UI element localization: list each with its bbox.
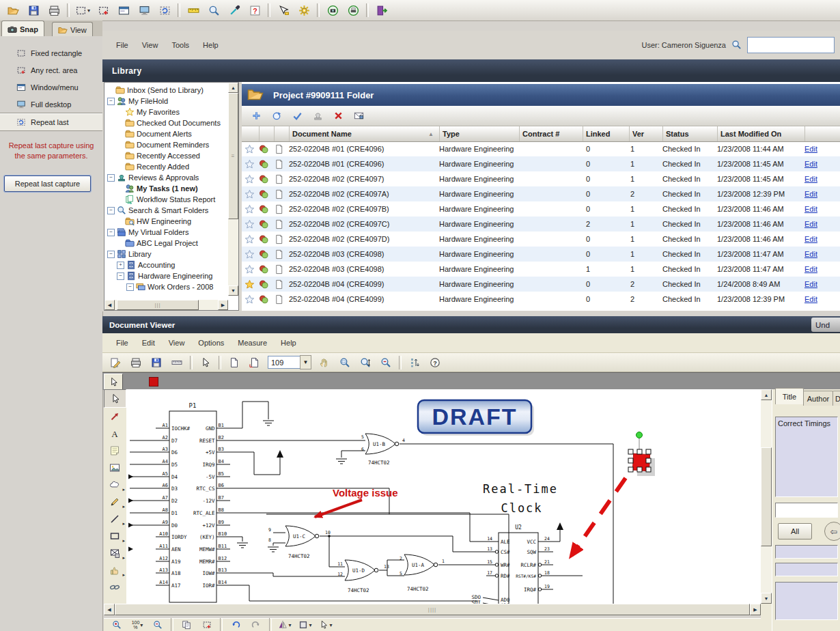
table-row[interactable]: 252-02204B #02 (CRE4097A)Hardware Engine… <box>242 186 840 201</box>
edit-link[interactable]: Edit <box>804 186 817 201</box>
cell-name[interactable]: 252-02204B #04 (CRE4099) <box>289 292 436 307</box>
expander-minus[interactable]: − <box>107 98 115 105</box>
link-annotation[interactable] <box>104 578 125 595</box>
cell-name[interactable]: 252-02204B #01 (CRE4096) <box>289 141 436 156</box>
tree-item-my-filehold[interactable]: −My FileHold <box>107 96 168 107</box>
send-email-icon[interactable] <box>348 107 369 125</box>
viewer-hscroll-thumb[interactable]: |||| <box>115 604 750 615</box>
cell-name[interactable]: 252-02204B #02 (CRE4097D) <box>289 232 436 247</box>
repeat-capture-icon[interactable] <box>154 1 175 19</box>
column-header-contract[interactable]: Contract # <box>519 126 580 141</box>
dashed-arrow-annotation[interactable] <box>572 478 626 555</box>
settings-gear-icon[interactable] <box>294 1 314 19</box>
exit-icon[interactable] <box>372 1 392 19</box>
field-3[interactable] <box>775 582 838 620</box>
field-2[interactable] <box>775 563 838 576</box>
full-desktop-icon[interactable] <box>134 1 154 19</box>
viewer-menu-file[interactable]: File <box>109 336 135 350</box>
tree-scroll-thumb[interactable]: ≡ <box>228 93 238 219</box>
tab-view[interactable]: View <box>52 22 93 37</box>
field-1[interactable] <box>775 545 838 559</box>
cell-name[interactable]: 252-02204B #03 (CRE4098) <box>289 262 436 277</box>
check-out-icon[interactable] <box>266 107 287 125</box>
tree-item-recently-accessed[interactable]: Recently Accessed <box>117 150 200 161</box>
app-menu-file[interactable]: File <box>109 38 135 52</box>
zoom-in-icon[interactable] <box>107 616 127 631</box>
annotation-list[interactable]: Correct Timings <box>775 417 838 497</box>
eyedropper-icon[interactable] <box>224 1 244 19</box>
annotation-list-item[interactable]: Correct Timings <box>778 419 835 427</box>
help-round-icon[interactable]: ? <box>425 354 445 371</box>
window-menu-icon[interactable] <box>113 1 134 19</box>
pointer-icon[interactable]: ▾ <box>316 616 336 631</box>
search-input[interactable] <box>747 37 835 53</box>
note-annotation[interactable] <box>104 442 125 459</box>
cell-name[interactable]: 252-02204B #02 (CRE4097B) <box>289 201 436 216</box>
star-icon[interactable] <box>244 232 257 247</box>
edit-link[interactable]: Edit <box>804 216 817 232</box>
viewer-hscroll-right[interactable]: ▶ <box>750 604 761 615</box>
expander-minus[interactable]: − <box>107 251 115 258</box>
tree-hscroll-right[interactable]: ▶ <box>218 300 228 310</box>
arrow-annotation[interactable] <box>104 408 125 425</box>
voltage-issue-annotation[interactable]: Voltage issue <box>333 487 398 499</box>
edit-link[interactable]: Edit <box>804 141 817 156</box>
tree-item-my-favorites[interactable]: My Favorites <box>117 107 180 117</box>
tree-item-accounting[interactable]: +Accounting <box>117 260 175 270</box>
table-row[interactable]: 252-02204B #01 (CRE4096)Hardware Enginee… <box>242 156 840 171</box>
edit-link[interactable]: Edit <box>804 262 817 277</box>
star-icon[interactable] <box>244 216 257 232</box>
tree-item-hw-engineering[interactable]: HW Engineering <box>117 216 191 227</box>
tree-item-inbox-send-to-library[interactable]: Inbox (Send to Library) <box>107 85 204 96</box>
tree-item-checked-out-documents[interactable]: Checked Out Documents <box>117 117 221 128</box>
add-plus-icon[interactable] <box>246 107 266 125</box>
edit-link[interactable]: Edit <box>804 156 817 171</box>
page-setup-icon[interactable] <box>244 354 265 371</box>
tab-author[interactable]: Author <box>803 391 833 406</box>
pointer-icon[interactable] <box>195 354 216 371</box>
expander-plus[interactable]: + <box>117 262 124 269</box>
ruler-icon[interactable] <box>183 1 204 19</box>
hand-icon[interactable] <box>314 354 335 371</box>
camera-record-icon[interactable] <box>322 1 343 19</box>
edit-link[interactable]: Edit <box>804 201 817 216</box>
repeat-last-capture-button[interactable]: Repeat last capture <box>4 176 91 192</box>
open-folder-icon[interactable] <box>3 1 23 19</box>
edit-link[interactable]: Edit <box>804 277 817 292</box>
copy-icon[interactable] <box>176 616 197 631</box>
edit-link[interactable]: Edit <box>804 292 817 307</box>
star-icon[interactable] <box>244 186 257 201</box>
star-icon[interactable] <box>244 141 257 156</box>
edit-link[interactable]: Edit <box>804 247 817 262</box>
annotation-filter-input[interactable] <box>775 503 838 518</box>
cell-name[interactable]: 252-02204B #02 (CRE4097) <box>289 171 436 186</box>
select-plus-icon[interactable] <box>197 616 217 631</box>
table-row[interactable]: 252-02204B #01 (CRE4096)Hardware Enginee… <box>242 141 840 156</box>
capture-mode-window-menu[interactable]: Window/menu <box>0 79 102 96</box>
object-select-icon[interactable] <box>273 1 294 19</box>
search-icon[interactable] <box>731 40 742 51</box>
column-header-type[interactable]: Type <box>439 126 518 141</box>
app-menu-help[interactable]: Help <box>196 38 225 52</box>
pointer[interactable] <box>104 389 126 408</box>
approve-check-icon[interactable] <box>287 107 307 125</box>
sort-config-icon[interactable] <box>404 354 425 371</box>
fixed-rect-icon[interactable]: ▾ <box>72 1 93 19</box>
table-row[interactable]: 252-02204B #03 (CRE4098)Hardware Enginee… <box>242 262 840 277</box>
approve-annotation[interactable]: ▸ <box>104 561 125 578</box>
cell-name[interactable]: 252-02204B #04 (CRE4099) <box>289 277 436 292</box>
tree-item-document-alerts[interactable]: Document Alerts <box>117 128 192 139</box>
expander-minus[interactable]: − <box>107 174 115 182</box>
app-menu-tools[interactable]: Tools <box>165 38 196 52</box>
expander-minus[interactable]: − <box>126 283 134 291</box>
viewer-scroll-thumb[interactable] <box>761 447 772 546</box>
page-icon[interactable] <box>224 354 244 371</box>
annotation-color-swatch[interactable] <box>149 377 158 387</box>
star-icon[interactable] <box>244 247 257 262</box>
tree-hscroll-left[interactable]: ◀ <box>104 300 115 310</box>
tree-item-workflow-status-report[interactable]: Workflow Status Report <box>117 194 215 205</box>
column-header-modified[interactable]: Last Modified On <box>717 126 802 141</box>
zoom-percent-button[interactable]: 100%▾ <box>127 616 148 631</box>
edit-link[interactable]: Edit <box>804 232 817 247</box>
redo-icon[interactable] <box>246 616 266 631</box>
